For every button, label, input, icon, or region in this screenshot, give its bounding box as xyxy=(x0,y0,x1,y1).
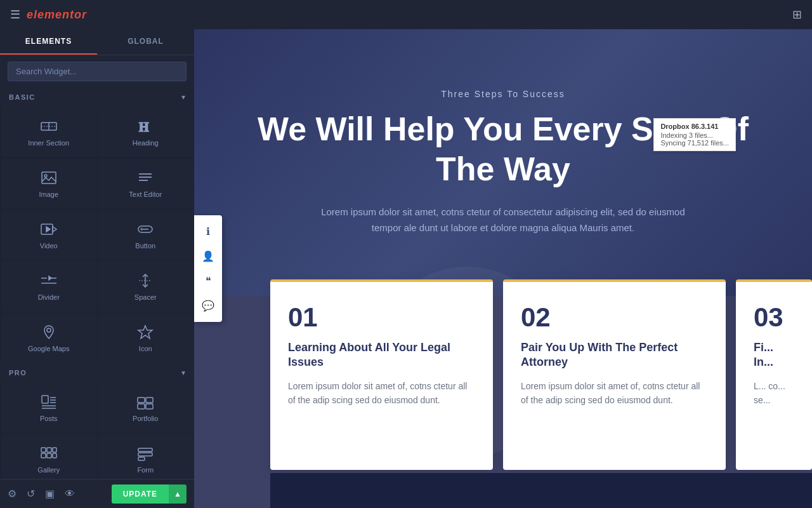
dropbox-line2: Syncing 71,512 files... xyxy=(660,139,729,147)
top-bar: ☰ elementor ⊞ xyxy=(0,0,812,29)
hero-body-text: Lorem ipsum dolor sit amet, cotns ctetur… xyxy=(319,204,687,236)
floating-toolbar: ℹ 👤 ❝ 💬 xyxy=(194,215,222,322)
text-editor-icon xyxy=(136,169,154,187)
search-input[interactable] xyxy=(8,62,187,81)
svg-rect-30 xyxy=(138,404,145,409)
update-button-group: UPDATE ▲ xyxy=(112,485,187,504)
hamburger-icon[interactable]: ☰ xyxy=(10,8,20,22)
widget-portfolio-label: Portfolio xyxy=(133,415,158,422)
image-icon xyxy=(40,169,58,187)
update-button[interactable]: UPDATE xyxy=(112,485,169,504)
divider-icon xyxy=(40,272,58,290)
update-arrow-button[interactable]: ▲ xyxy=(169,485,187,504)
widget-spacer[interactable]: Spacer xyxy=(98,261,194,312)
svg-rect-28 xyxy=(138,398,145,403)
widget-icon[interactable]: Icon xyxy=(98,312,194,363)
icon-widget-icon xyxy=(136,323,154,341)
settings-icon[interactable]: ⚙ xyxy=(8,488,16,500)
svg-rect-38 xyxy=(138,448,152,451)
form-icon xyxy=(136,444,154,462)
spacer-icon xyxy=(136,272,154,290)
card-3-title: Fi... In... xyxy=(754,340,794,370)
widget-button-label: Button xyxy=(135,242,155,250)
widget-posts[interactable]: Posts xyxy=(1,382,97,433)
widget-video[interactable]: Video xyxy=(1,210,97,260)
svg-rect-29 xyxy=(146,398,153,403)
card-1: 01 Learning About All Your Legal Issues … xyxy=(270,279,493,470)
widget-spacer-label: Spacer xyxy=(134,293,157,301)
widget-divider-label: Divider xyxy=(38,293,60,301)
widget-inner-section[interactable]: Inner Section xyxy=(1,107,97,157)
widget-image[interactable]: Image xyxy=(1,158,97,209)
grid-icon[interactable]: ⊞ xyxy=(792,8,802,22)
widget-heading-label: Heading xyxy=(133,139,159,147)
svg-rect-37 xyxy=(53,453,56,458)
portfolio-icon xyxy=(136,393,154,411)
widget-google-maps-label: Google Maps xyxy=(28,345,69,352)
sidebar-tabs: ELEMENTS GLOBAL xyxy=(0,29,194,55)
preview-icon[interactable]: 👁 xyxy=(65,488,75,500)
svg-marker-15 xyxy=(49,276,51,280)
svg-rect-33 xyxy=(47,448,51,452)
canvas: ℹ 👤 ❝ 💬 Three Steps To Success We Will H… xyxy=(194,29,812,508)
svg-point-20 xyxy=(47,328,51,332)
svg-rect-31 xyxy=(146,404,153,409)
svg-point-5 xyxy=(44,175,47,177)
card-2-text: Lorem ipsum dolor sit amet of, cotns cte… xyxy=(521,379,708,408)
svg-rect-22 xyxy=(42,396,48,403)
widget-video-label: Video xyxy=(40,242,58,250)
widget-heading[interactable]: H Heading xyxy=(98,107,194,157)
responsive-icon[interactable]: ▣ xyxy=(45,488,55,500)
card-3-text: L... co... se... xyxy=(754,379,794,408)
inner-section-icon xyxy=(40,117,58,135)
widget-image-label: Image xyxy=(39,190,58,198)
widget-text-editor-label: Text Editor xyxy=(129,190,162,198)
card-2: 02 Pair You Up With The Perfect Attorney… xyxy=(503,279,726,470)
posts-icon xyxy=(40,393,58,411)
widget-form-label: Form xyxy=(137,466,154,474)
basic-widgets-grid: Inner Section H Heading Image xyxy=(0,107,194,363)
svg-marker-10 xyxy=(53,227,56,232)
cards-section: 01 Learning About All Your Legal Issues … xyxy=(270,279,812,470)
toolbar-quote-icon[interactable]: ❝ xyxy=(198,269,219,293)
svg-rect-32 xyxy=(41,448,46,452)
svg-rect-35 xyxy=(41,453,46,458)
card-1-text: Lorem ipsum dolor sit amet of, cotns cte… xyxy=(288,379,475,408)
widget-divider[interactable]: Divider xyxy=(1,261,97,312)
button-icon xyxy=(136,220,154,238)
bottom-icons: ⚙ ↺ ▣ 👁 xyxy=(8,488,75,500)
widget-posts-label: Posts xyxy=(40,415,58,422)
pro-section-header[interactable]: PRO ▾ xyxy=(0,363,194,382)
top-bar-left: ☰ elementor xyxy=(10,8,87,22)
gallery-icon xyxy=(40,444,58,462)
basic-chevron-icon: ▾ xyxy=(181,93,185,102)
dropbox-line1: Indexing 3 files... xyxy=(660,131,729,139)
pro-widgets-grid: Posts Portfolio xyxy=(0,382,194,479)
pro-label: PRO xyxy=(9,369,27,377)
sidebar-scroll: BASIC ▾ Inner Section H xyxy=(0,88,194,479)
bottom-bar: ⚙ ↺ ▣ 👁 UPDATE ▲ xyxy=(0,479,194,508)
hero-subtitle: Three Steps To Success xyxy=(441,89,565,99)
tab-elements[interactable]: ELEMENTS xyxy=(0,29,97,55)
card-3-number: 03 xyxy=(754,302,794,333)
heading-icon: H xyxy=(136,117,154,135)
widget-form[interactable]: Form xyxy=(98,434,194,479)
widget-text-editor[interactable]: Text Editor xyxy=(98,158,194,209)
svg-rect-34 xyxy=(53,448,56,452)
widget-portfolio[interactable]: Portfolio xyxy=(98,382,194,433)
svg-rect-36 xyxy=(47,453,51,458)
toolbar-info-icon[interactable]: ℹ xyxy=(199,219,218,244)
widget-gallery[interactable]: Gallery xyxy=(1,434,97,479)
widget-button[interactable]: Button xyxy=(98,210,194,260)
widget-google-maps[interactable]: Google Maps xyxy=(1,312,97,363)
svg-rect-39 xyxy=(138,453,152,456)
card-2-title: Pair You Up With The Perfect Attorney xyxy=(521,340,708,370)
card-1-title: Learning About All Your Legal Issues xyxy=(288,340,475,370)
elementor-logo: elementor xyxy=(27,8,87,22)
tab-global[interactable]: GLOBAL xyxy=(97,29,194,55)
toolbar-chat-icon[interactable]: 💬 xyxy=(194,293,222,318)
toolbar-user-icon[interactable]: 👤 xyxy=(194,244,222,269)
history-icon[interactable]: ↺ xyxy=(27,488,35,500)
dark-bottom-section xyxy=(270,473,812,508)
basic-section-header[interactable]: BASIC ▾ xyxy=(0,88,194,107)
